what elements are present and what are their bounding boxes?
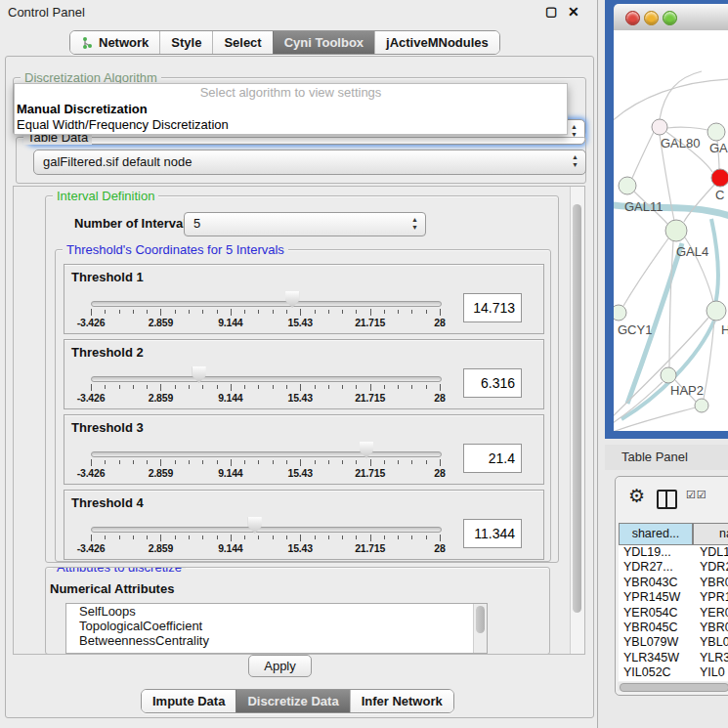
slider-tick <box>328 460 329 464</box>
slider-tick <box>426 310 427 314</box>
network-node[interactable] <box>711 169 728 187</box>
cell-name: YBR0 <box>696 576 728 589</box>
table-data-combobox[interactable]: galFiltered.sif default node ▲▼ <box>33 150 586 175</box>
slider-tick <box>175 310 176 314</box>
threshold-label: Threshold 1 <box>71 270 144 284</box>
slider-tick <box>411 535 412 539</box>
threshold-value-field[interactable]: 6.316 <box>463 368 522 398</box>
slider-tick <box>398 535 399 539</box>
apply-button[interactable]: Apply <box>248 655 312 677</box>
spinner-value: 5 <box>193 216 200 231</box>
dropdown-item[interactable]: Equal Width/Frequency Discretization <box>15 117 567 133</box>
network-node[interactable] <box>652 119 667 135</box>
scrollbar-thumb[interactable] <box>573 204 581 613</box>
tab-discretize-data[interactable]: Discretize Data <box>236 690 349 712</box>
table-horizontal-scrollbar[interactable] <box>618 682 728 691</box>
cell-shared-name: YDL19... <box>619 545 696 559</box>
slider-tick <box>273 385 274 389</box>
column-header-shared-name[interactable]: shared... <box>619 523 693 545</box>
slider-tick <box>426 535 427 539</box>
tab-cyni-toolbox[interactable]: Cyni Toolbox <box>273 31 374 54</box>
tick-label: 9.144 <box>203 467 258 479</box>
slider-tick <box>342 385 343 389</box>
tab-infer-network[interactable]: Infer Network <box>350 690 453 712</box>
threshold-panel: Threshold 3-3.4262.8599.14415.4321.71528… <box>64 414 544 485</box>
threshold-value-field[interactable]: 21.4 <box>463 444 522 473</box>
slider-tick <box>231 309 232 316</box>
scrollbar-thumb[interactable] <box>620 683 728 692</box>
network-canvas[interactable]: GAL80GACGAL11GAL4GCY1HHAP2 <box>614 30 728 431</box>
tick-label: 28 <box>412 317 467 328</box>
table-row[interactable]: YDL19...YDL1 <box>619 545 728 560</box>
slider-tick <box>189 460 190 464</box>
attribute-list-item[interactable]: TopologicalCoefficient <box>66 619 487 633</box>
cell-shared-name: YBL079W <box>619 635 696 649</box>
close-traffic-light-icon[interactable] <box>625 11 640 25</box>
slider-tick <box>300 384 301 391</box>
slider-track[interactable] <box>91 376 442 382</box>
zoom-traffic-light-icon[interactable] <box>663 11 677 25</box>
table-row[interactable]: YLR345WYLR3 <box>619 651 728 665</box>
tick-label: 15.43 <box>273 317 327 328</box>
slider-tick <box>411 385 412 389</box>
table-row[interactable]: YER054CYER0 <box>619 606 728 621</box>
slider-tick <box>440 535 441 541</box>
table-row[interactable]: YIL052CYIL0 <box>619 665 728 680</box>
network-node[interactable] <box>695 399 708 412</box>
threshold-value-field[interactable]: 14.713 <box>463 293 522 322</box>
table-panel-titlebar: Table Panel <box>605 445 728 470</box>
tab-jactivemnodules[interactable]: jActiveMNodules <box>374 31 499 54</box>
tick-label: 21.715 <box>343 317 398 328</box>
slider-track[interactable] <box>91 301 442 307</box>
table-columns-icon[interactable] <box>657 490 677 509</box>
slider-tick <box>356 385 357 389</box>
control-panel-titlebar: Control Panel ▢ ✕ <box>0 0 597 25</box>
slider-track[interactable] <box>91 527 442 533</box>
table-row[interactable]: YBR043CYBR0 <box>619 576 728 590</box>
node-label: GAL4 <box>676 244 708 259</box>
checkbox-columns-icon[interactable]: ☑☑ <box>686 489 707 501</box>
tab-select[interactable]: Select <box>212 31 272 54</box>
threshold-value-field[interactable]: 11.344 <box>463 519 522 548</box>
attribute-list-item[interactable]: SelfLoops <box>66 604 487 619</box>
slider-tick <box>315 385 316 389</box>
table-row[interactable]: YBL079WYBL0 <box>619 635 728 650</box>
slider-tick <box>160 384 161 391</box>
slider-track[interactable] <box>91 451 442 457</box>
pane-vertical-scrollbar[interactable] <box>570 187 584 654</box>
table-row[interactable]: YPR145WYPR1 <box>619 590 728 605</box>
slider-tick <box>258 460 259 464</box>
table-row[interactable]: YBR045CYBR0 <box>619 621 728 635</box>
scrollbar-thumb[interactable] <box>476 606 485 633</box>
slider-tick <box>315 460 316 464</box>
num-intervals-spinner[interactable]: 5 ▲▼ <box>184 212 426 236</box>
network-node[interactable] <box>619 177 636 194</box>
tick-label: 28 <box>412 392 467 404</box>
attribute-list-item[interactable]: BetweennessCentrality <box>66 633 487 648</box>
tab-style[interactable]: Style <box>159 31 212 54</box>
minimize-traffic-light-icon[interactable] <box>644 11 659 25</box>
list-vertical-scrollbar[interactable] <box>473 604 487 653</box>
slider-tick <box>244 535 245 539</box>
column-header-name[interactable]: na <box>693 523 728 545</box>
network-node[interactable] <box>707 123 725 141</box>
numerical-attributes-list[interactable]: SelfLoopsTopologicalCoefficientBetweenne… <box>65 603 488 654</box>
table-row[interactable]: YDR27...YDR2 <box>619 560 728 575</box>
table-rows: YDL19...YDL1YDR27...YDR2YBR043CYBR0YPR14… <box>619 545 728 681</box>
network-node[interactable] <box>614 305 626 321</box>
slider-tick <box>147 310 148 314</box>
network-node[interactable] <box>665 220 687 241</box>
tab-label: Infer Network <box>362 694 443 708</box>
slider-tick <box>231 384 232 391</box>
close-icon[interactable]: ✕ <box>568 4 579 20</box>
dropdown-placeholder-item[interactable]: Select algorithm to view settings <box>15 84 567 102</box>
float-icon[interactable]: ▢ <box>545 4 557 19</box>
tab-impute-data[interactable]: Impute Data <box>142 690 236 712</box>
slider-tick <box>273 535 274 539</box>
tab-network[interactable]: Network <box>70 31 159 54</box>
network-node[interactable] <box>661 367 676 383</box>
network-node[interactable] <box>707 301 726 321</box>
slider-tick <box>217 385 218 389</box>
gear-icon[interactable]: ⚙ <box>628 485 645 507</box>
dropdown-item[interactable]: Manual Discretization <box>15 102 567 117</box>
